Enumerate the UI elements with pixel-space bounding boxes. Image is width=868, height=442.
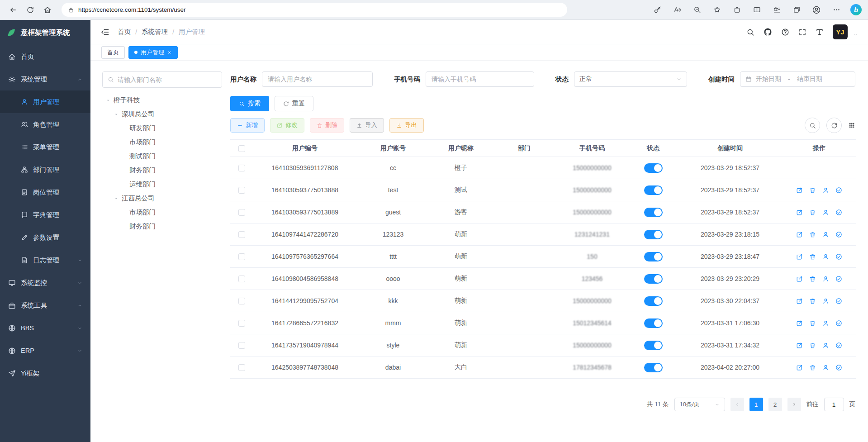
search-button[interactable]: 搜索 [230,96,269,111]
username-input[interactable] [262,71,373,87]
help-icon[interactable] [781,28,789,36]
assign-role-icon[interactable] [835,231,842,238]
tab-home[interactable]: 首页 [101,46,125,59]
favorite-star-icon[interactable] [711,4,723,16]
edit-row-icon[interactable] [796,209,803,216]
reset-password-icon[interactable] [822,298,829,304]
edit-row-icon[interactable] [796,298,803,304]
tree-node-dept[interactable]: 市场部门 [102,135,222,149]
read-aloud-icon[interactable] [671,4,683,16]
sidebar-item-role-mgmt[interactable]: 角色管理 [0,113,90,136]
status-toggle[interactable] [644,163,663,173]
delete-row-icon[interactable] [809,209,816,216]
reset-password-icon[interactable] [822,320,829,327]
delete-row-icon[interactable] [809,320,816,327]
page-button-1[interactable]: 1 [749,398,763,411]
favorites-bar-icon[interactable] [771,4,783,16]
reset-password-icon[interactable] [822,253,829,260]
sidebar-item-dept-mgmt[interactable]: 部门管理 [0,158,90,181]
breadcrumb-home[interactable]: 首页 [118,28,131,36]
row-checkbox[interactable] [238,298,245,304]
delete-row-icon[interactable] [809,276,816,282]
tree-node-dept[interactable]: 财务部门 [102,163,222,177]
edit-button[interactable]: 修改 [270,118,304,133]
reset-button[interactable]: 重置 [275,96,313,111]
sidebar-item-bbs[interactable]: BBS [0,317,90,339]
sidebar-item-post-mgmt[interactable]: 岗位管理 [0,181,90,204]
browser-home-icon[interactable] [41,3,54,17]
sidebar-item-user-mgmt[interactable]: 用户管理 [0,90,90,113]
assign-role-icon[interactable] [835,342,842,349]
assign-role-icon[interactable] [835,209,842,216]
search-icon[interactable] [746,28,754,36]
row-checkbox[interactable] [238,253,245,260]
sidebar-item-system-monitor[interactable]: 系统监控 [0,271,90,294]
date-range-picker[interactable]: 开始日期 - 结束日期 [740,71,855,87]
delete-row-icon[interactable] [809,364,816,371]
font-size-icon[interactable] [816,28,824,36]
row-checkbox[interactable] [238,320,245,327]
reset-password-icon[interactable] [822,209,829,216]
tree-node-company[interactable]: 橙子科技 [102,93,222,107]
sidebar-item-system-mgmt[interactable]: 系统管理 [0,68,90,90]
bing-chat-icon[interactable]: b [850,4,862,15]
browser-profile-icon[interactable] [811,4,822,16]
table-search-button[interactable] [805,118,820,133]
row-checkbox[interactable] [238,276,245,282]
delete-row-icon[interactable] [809,253,816,260]
row-checkbox[interactable] [238,231,245,238]
tab-user-management[interactable]: 用户管理 [128,46,178,59]
edit-row-icon[interactable] [796,320,803,327]
page-size-select[interactable]: 10条/页 [674,398,725,411]
assign-role-icon[interactable] [835,253,842,260]
export-button[interactable]: 导出 [389,118,424,133]
assign-role-icon[interactable] [835,364,842,371]
github-icon[interactable] [764,28,772,36]
sidebar-item-yi-framework[interactable]: Yi框架 [0,362,90,385]
browser-refresh-icon[interactable] [24,3,37,17]
edit-row-icon[interactable] [796,231,803,238]
tree-node-dept[interactable]: 市场部门 [102,205,222,219]
status-toggle[interactable] [644,363,663,372]
tree-node-dept[interactable]: 财务部门 [102,219,222,233]
row-checkbox[interactable] [238,187,245,194]
row-checkbox[interactable] [238,165,245,171]
dept-search-input[interactable] [118,76,217,83]
page-button-2[interactable]: 2 [768,398,782,411]
goto-page-input[interactable] [824,398,844,411]
reset-password-icon[interactable] [822,276,829,282]
reset-password-icon[interactable] [822,364,829,371]
status-toggle[interactable] [644,185,663,195]
fullscreen-icon[interactable] [798,28,806,36]
edit-row-icon[interactable] [796,253,803,260]
tree-node-dept[interactable]: 测试部门 [102,149,222,163]
phone-input[interactable] [426,71,534,87]
sidebar-item-home[interactable]: 首页 [0,45,90,68]
sidebar-item-param-settings[interactable]: 参数设置 [0,226,90,249]
table-refresh-button[interactable] [826,118,842,133]
edit-row-icon[interactable] [796,276,803,282]
reset-password-icon[interactable] [822,231,829,238]
row-checkbox[interactable] [238,364,245,371]
breadcrumb-system-mgmt[interactable]: 系统管理 [142,28,168,36]
collapse-sidebar-icon[interactable] [100,28,109,37]
address-bar[interactable]: https://ccnetcore.com:1101/system/user [62,3,567,17]
tree-node-branch[interactable]: 深圳总公司 [102,107,222,121]
row-checkbox[interactable] [238,342,245,349]
prev-page-button[interactable] [730,398,744,411]
status-toggle[interactable] [644,252,663,261]
tree-node-dept[interactable]: 运维部门 [102,177,222,191]
reset-password-icon[interactable] [822,342,829,349]
assign-role-icon[interactable] [835,320,842,327]
row-checkbox[interactable] [238,209,245,216]
status-toggle[interactable] [644,208,663,217]
edit-row-icon[interactable] [796,342,803,349]
import-button[interactable]: 导入 [350,118,384,133]
delete-button[interactable]: 删除 [310,118,344,133]
status-toggle[interactable] [644,296,663,306]
edit-row-icon[interactable] [796,364,803,371]
reset-password-icon[interactable] [822,187,829,194]
sidebar-item-menu-mgmt[interactable]: 菜单管理 [0,136,90,158]
status-select[interactable]: 正常 [574,71,687,87]
zoom-out-icon[interactable] [691,4,703,16]
